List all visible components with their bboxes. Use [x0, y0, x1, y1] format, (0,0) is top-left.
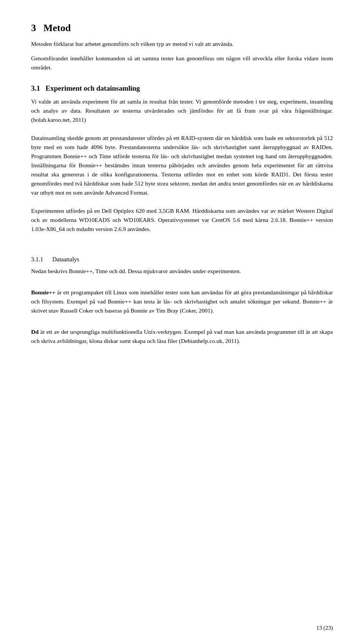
subsubsection-311-p3-rest: är ett av det ursprungliga multifunktion…: [31, 329, 333, 344]
subsubsection-311-p3: Dd är ett av det ursprungliga multifunkt…: [31, 327, 333, 346]
section-number: 3: [31, 22, 36, 33]
bonnie-bold: Bonnie++: [31, 289, 55, 296]
subsubsection-311-title-text: Dataanalys: [52, 256, 79, 263]
section-title: 3 Metod: [31, 20, 333, 36]
section-title-text: Metod: [44, 22, 71, 33]
subsection-31-p3: Experimenten utfördes på en Dell Optiple…: [31, 206, 333, 234]
subsubsection-311-title: 3.1.1 Dataanalys: [31, 255, 333, 264]
section-intro-p2: Genomförandet innehåller kommandon så at…: [31, 54, 333, 72]
subsubsection-311-number: 3.1.1: [31, 256, 43, 263]
subsection-31-title-text: Experiment och datainsamling: [46, 84, 140, 92]
subsubsection-311-p2-rest: är ett programpaket till Linux som inneh…: [31, 289, 333, 314]
page: 3 Metod Metoden förklarar hur arbetet ge…: [0, 0, 364, 643]
subsection-31-number: 3.1: [31, 84, 40, 92]
section-intro-p1: Metoden förklarar hur arbetet genomförts…: [31, 39, 333, 49]
subsubsection-311-p1: Nedan beskrivs Bonnie++, Time och dd. De…: [31, 267, 333, 276]
subsection-31-title: 3.1 Experiment och datainsamling: [31, 83, 333, 94]
page-number: 13 (23): [316, 625, 333, 631]
dd-bold: Dd: [31, 329, 39, 335]
subsection-31-p1: Vi valde att använda experiment för att …: [31, 97, 333, 124]
page-footer: 13 (23): [316, 624, 333, 632]
subsection-31-p2: Datainsamling skedde genom att prestanda…: [31, 134, 333, 197]
subsubsection-311-p2: Bonnie++ är ett programpaket till Linux …: [31, 288, 333, 315]
